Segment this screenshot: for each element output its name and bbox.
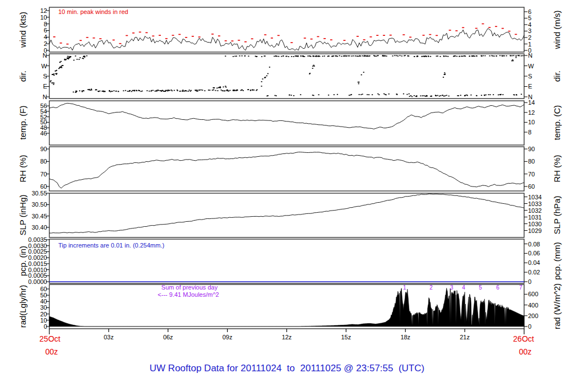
wind-dir-point xyxy=(53,84,54,85)
x-start-date-label: 25Oct xyxy=(39,334,60,343)
wind-dir-point xyxy=(324,55,325,57)
wind-dir-point xyxy=(68,56,70,57)
wind-dir-point xyxy=(473,55,474,57)
wind-dir-point xyxy=(83,91,84,92)
wind-dir-point xyxy=(196,91,197,92)
wind-dir-point xyxy=(343,55,344,57)
wind-dir-point xyxy=(322,56,323,57)
panel-box-temp xyxy=(49,101,524,145)
wind-dir-point xyxy=(256,56,257,57)
wind-dir-point xyxy=(78,59,80,60)
wind-dir-point xyxy=(236,90,237,91)
wind-dir-point xyxy=(350,95,351,96)
wind-dir-point xyxy=(439,96,440,97)
wind-dir-point xyxy=(511,60,512,62)
wind-dir-point xyxy=(476,95,477,96)
wind-dir-point xyxy=(168,90,169,91)
wind-dir-point xyxy=(514,95,515,96)
wind-dir-point xyxy=(197,91,198,92)
wind-dir-point xyxy=(436,56,437,57)
wind-dir-point xyxy=(118,91,119,92)
slp-trace xyxy=(49,194,524,233)
wind-dir-point xyxy=(200,90,201,91)
ytick-label-right-dir: N xyxy=(528,52,562,59)
wind-dir-point xyxy=(362,55,363,57)
wind-dir-point xyxy=(358,83,359,85)
wind-dir-point xyxy=(146,90,147,91)
wind-dir-point xyxy=(503,55,504,57)
wind-dir-point xyxy=(250,90,251,91)
wind-dir-point xyxy=(445,55,446,57)
wind-dir-point xyxy=(348,55,349,57)
wind-dir-point xyxy=(414,95,415,96)
wind-dir-point xyxy=(401,55,402,57)
wind-dir-point xyxy=(149,91,150,92)
wind-dir-point xyxy=(368,94,369,95)
wind-dir-point xyxy=(84,57,85,58)
ytick-label-left-pcp: 0.0005 xyxy=(17,272,47,279)
wind-dir-point xyxy=(484,95,485,96)
wind-dir-point xyxy=(172,90,173,91)
wind-dir-point xyxy=(221,90,222,91)
wind-dir-point xyxy=(68,58,69,59)
wind-dir-point xyxy=(255,56,256,57)
ytick-label-left-dir: S xyxy=(17,73,47,80)
ytick-label-left-temp: 56 xyxy=(17,102,47,109)
ytick-label-right-temp: 12 xyxy=(528,109,562,116)
mj-sum-marker-1: 1 xyxy=(403,284,406,291)
wind-dir-point xyxy=(293,56,294,57)
wind-dir-point xyxy=(142,91,143,92)
wind-dir-point xyxy=(53,82,54,83)
wind-dir-point xyxy=(341,56,342,57)
wind-dir-point xyxy=(394,55,395,56)
wind-dir-point xyxy=(56,73,57,74)
wind-dir-point xyxy=(499,55,501,57)
wind-dir-point xyxy=(204,90,205,91)
ytick-label-right-temp: 10 xyxy=(528,119,562,125)
ytick-label-right-temp: 14 xyxy=(528,99,562,106)
ytick-label-left-dir: W xyxy=(17,63,47,69)
wind-dir-point xyxy=(125,90,126,91)
wind-dir-point xyxy=(91,88,92,90)
wind-dir-point xyxy=(185,90,186,91)
wind-dir-point xyxy=(359,94,360,95)
wind-dir-point xyxy=(216,88,217,89)
ytick-label-right-rad: 0 xyxy=(528,323,562,330)
wind-dir-point xyxy=(269,67,270,68)
wind-dir-point xyxy=(248,89,249,90)
wind-dir-point xyxy=(382,55,383,56)
wind-dir-point xyxy=(248,55,249,57)
wind-dir-point xyxy=(313,65,314,66)
wind-dir-point xyxy=(377,94,378,95)
xtick-label-12z: 12z xyxy=(282,334,292,340)
wind-dir-point xyxy=(476,55,477,57)
wind-dir-point xyxy=(61,67,62,68)
wind-dir-point xyxy=(112,91,113,92)
wind-dir-point xyxy=(81,90,82,91)
wind-dir-point xyxy=(455,55,456,57)
wind-dir-point xyxy=(275,55,276,57)
wind-dir-point xyxy=(90,90,91,91)
wind-dir-point xyxy=(333,55,334,57)
wind-dir-point xyxy=(291,56,292,57)
wind-dir-point xyxy=(174,90,175,91)
ytick-label-right-slp: 1030 xyxy=(528,221,562,227)
ytick-label-left-rad: 30 xyxy=(17,304,47,311)
ytick-label-right-rh: 60 xyxy=(528,183,562,190)
ytick-label-right-slp: 1031 xyxy=(528,214,562,221)
wind-dir-point xyxy=(264,55,265,57)
wind-dir-point xyxy=(84,55,85,57)
ytick-label-right-slp: 1029 xyxy=(528,227,562,234)
wind-dir-point xyxy=(358,82,359,83)
wind-dir-point xyxy=(215,90,216,91)
ytick-label-left-rh: 80 xyxy=(17,158,47,165)
wind-dir-point xyxy=(416,96,417,97)
wind-dir-point xyxy=(73,60,75,61)
ytick-label-right-rad: 400 xyxy=(528,302,562,309)
ytick-label-left-pcp: 0.0035 xyxy=(17,236,47,243)
wind-dir-point xyxy=(437,95,438,96)
ytick-label-right-wind: 2 xyxy=(528,34,562,41)
wind-dir-point xyxy=(485,95,487,96)
wind-dir-point xyxy=(516,94,517,95)
wind-dir-point xyxy=(436,95,437,96)
